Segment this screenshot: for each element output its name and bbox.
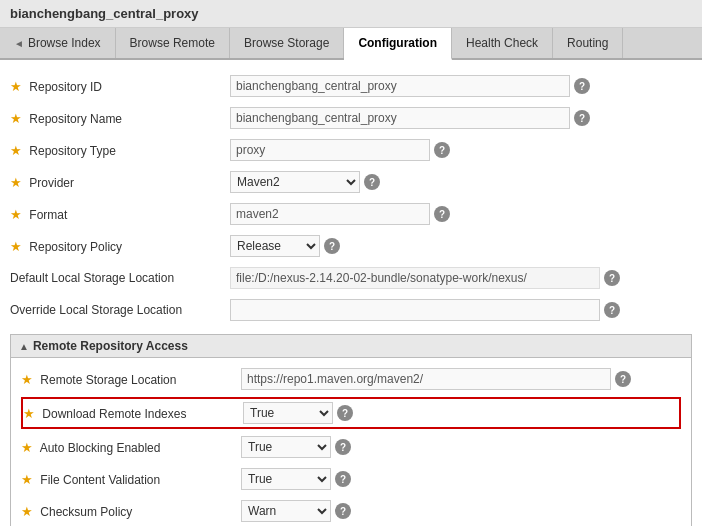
format-input-group: ? [230,203,692,225]
format-row: ★ Format ? [10,198,692,230]
repository-name-label: ★ Repository Name [10,111,230,126]
repository-policy-label: ★ Repository Policy [10,239,230,254]
provider-label: ★ Provider [10,175,230,190]
file-content-validation-label: ★ File Content Validation [21,472,241,487]
tab-browse-index[interactable]: ◄ Browse Index [0,28,116,58]
section-toggle-icon: ▲ [19,341,29,352]
remote-storage-location-row: ★ Remote Storage Location ? [21,363,681,395]
provider-input-group: Maven2 ? [230,171,692,193]
required-star: ★ [23,406,35,421]
format-label: ★ Format [10,207,230,222]
title-bar: bianchengbang_central_proxy [0,0,702,28]
repository-type-row: ★ Repository Type ? [10,134,692,166]
required-star: ★ [21,440,33,455]
override-storage-label: Override Local Storage Location [10,303,230,317]
repository-name-input[interactable] [230,107,570,129]
required-star: ★ [21,472,33,487]
required-star: ★ [21,504,33,519]
repository-policy-input-group: Release Snapshot ? [230,235,692,257]
download-remote-indexes-input-group: True False ? [243,402,679,424]
remote-section-content: ★ Remote Storage Location ? ★ Download R… [11,358,691,526]
file-content-validation-row: ★ File Content Validation True False ? [21,463,681,495]
default-storage-row: Default Local Storage Location file:/D:/… [10,262,692,294]
repository-policy-row: ★ Repository Policy Release Snapshot ? [10,230,692,262]
repository-name-input-group: ? [230,107,692,129]
tab-bar: ◄ Browse Index Browse Remote Browse Stor… [0,28,702,60]
required-star: ★ [10,175,22,190]
remote-storage-location-input-group: ? [241,368,681,390]
format-input [230,203,430,225]
repository-type-input [230,139,430,161]
remote-storage-location-help-icon[interactable]: ? [615,371,631,387]
provider-row: ★ Provider Maven2 ? [10,166,692,198]
repository-policy-select[interactable]: Release Snapshot [230,235,320,257]
default-storage-input-group: file:/D:/nexus-2.14.20-02-bundle/sonatyp… [230,267,692,289]
checksum-policy-help-icon[interactable]: ? [335,503,351,519]
repository-name-row: ★ Repository Name ? [10,102,692,134]
default-storage-value: file:/D:/nexus-2.14.20-02-bundle/sonatyp… [230,267,600,289]
required-star: ★ [10,79,22,94]
auto-blocking-label: ★ Auto Blocking Enabled [21,440,241,455]
tab-health-check[interactable]: Health Check [452,28,553,58]
remote-section-header[interactable]: ▲ Remote Repository Access [11,335,691,358]
repository-id-label: ★ Repository ID [10,79,230,94]
auto-blocking-select[interactable]: True False [241,436,331,458]
repository-policy-help-icon[interactable]: ? [324,238,340,254]
remote-storage-location-input[interactable] [241,368,611,390]
override-storage-input[interactable] [230,299,600,321]
required-star: ★ [10,207,22,222]
remote-section: ▲ Remote Repository Access ★ Remote Stor… [10,334,692,526]
required-star: ★ [10,143,22,158]
tab-configuration[interactable]: Configuration [344,28,452,60]
override-storage-row: Override Local Storage Location ? [10,294,692,326]
required-star: ★ [10,239,22,254]
checksum-policy-label: ★ Checksum Policy [21,504,241,519]
repository-id-row: ★ Repository ID ? [10,70,692,102]
repository-type-help-icon[interactable]: ? [434,142,450,158]
override-storage-help-icon[interactable]: ? [604,302,620,318]
remote-section-title: Remote Repository Access [33,339,188,353]
checksum-policy-select[interactable]: Warn Strict Ignore [241,500,331,522]
auto-blocking-help-icon[interactable]: ? [335,439,351,455]
auto-blocking-row: ★ Auto Blocking Enabled True False ? [21,431,681,463]
required-star: ★ [21,372,33,387]
provider-help-icon[interactable]: ? [364,174,380,190]
download-remote-indexes-label: ★ Download Remote Indexes [23,406,243,421]
file-content-validation-select[interactable]: True False [241,468,331,490]
window-title: bianchengbang_central_proxy [10,6,199,21]
repository-id-input[interactable] [230,75,570,97]
tab-arrow-icon: ◄ [14,38,24,49]
checksum-policy-row: ★ Checksum Policy Warn Strict Ignore ? [21,495,681,526]
tab-routing[interactable]: Routing [553,28,623,58]
format-help-icon[interactable]: ? [434,206,450,222]
override-storage-input-group: ? [230,299,692,321]
download-remote-indexes-select[interactable]: True False [243,402,333,424]
repository-name-help-icon[interactable]: ? [574,110,590,126]
form-content: ★ Repository ID ? ★ Repository Name ? ★ … [0,60,702,526]
download-remote-indexes-help-icon[interactable]: ? [337,405,353,421]
repository-id-input-group: ? [230,75,692,97]
checksum-policy-input-group: Warn Strict Ignore ? [241,500,681,522]
default-storage-help-icon[interactable]: ? [604,270,620,286]
auto-blocking-input-group: True False ? [241,436,681,458]
tab-browse-remote[interactable]: Browse Remote [116,28,230,58]
required-star: ★ [10,111,22,126]
repository-type-input-group: ? [230,139,692,161]
file-content-validation-help-icon[interactable]: ? [335,471,351,487]
download-remote-indexes-row: ★ Download Remote Indexes True False ? [21,397,681,429]
repository-id-help-icon[interactable]: ? [574,78,590,94]
repository-type-label: ★ Repository Type [10,143,230,158]
default-storage-label: Default Local Storage Location [10,271,230,285]
provider-select[interactable]: Maven2 [230,171,360,193]
file-content-validation-input-group: True False ? [241,468,681,490]
remote-storage-location-label: ★ Remote Storage Location [21,372,241,387]
tab-browse-storage[interactable]: Browse Storage [230,28,344,58]
